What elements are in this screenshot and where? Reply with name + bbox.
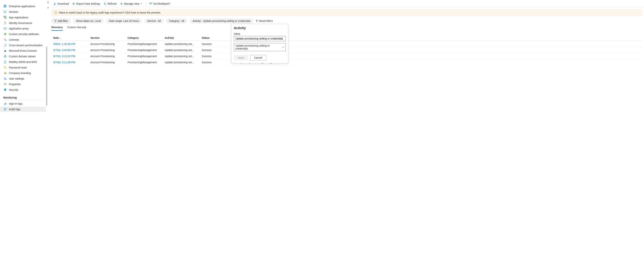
table-row[interactable]: 5/8/24, 1:20:38 PMAccount ProvisioningPr… <box>52 41 642 47</box>
cell-date[interactable]: 5/8/24, 1:20:38 PM <box>53 42 90 46</box>
sidebar-section-monitoring: Monitoring <box>0 93 46 100</box>
filter-pill-dates[interactable]: Show dates as: Local <box>73 18 104 24</box>
sidebar-item-label: Sign-in logs <box>9 102 22 105</box>
export-button[interactable]: Export Data Settings <box>72 2 100 5</box>
activity-select[interactable]: Update provisioning setting or credentia… <box>234 43 286 51</box>
tab-directory[interactable]: Directory <box>52 26 63 31</box>
refresh-icon <box>104 2 106 5</box>
col-header-status-reason[interactable]: Status Reason <box>239 36 640 39</box>
gear-icon <box>120 2 123 5</box>
toolbar-label: Refresh <box>108 2 117 5</box>
sidebar-divider <box>3 100 42 100</box>
table-row[interactable]: 5/7/24, 3:42:50 PMAccount ProvisioningPr… <box>52 47 642 53</box>
svg-point-12 <box>5 28 6 29</box>
table-row[interactable]: 5/7/24, 3:12:02 PMAccount ProvisioningPr… <box>52 53 642 59</box>
sidebar-item-label: Company branding <box>9 72 31 74</box>
user-settings-icon <box>4 77 7 80</box>
pill-label: Category : All <box>169 20 184 22</box>
entra-connect-icon <box>4 49 7 52</box>
sidebar-item-cross-tenant-sync[interactable]: Cross-tenant synchronization <box>0 43 46 48</box>
sidebar: Enterprise applications Devices App regi… <box>0 0 46 122</box>
sidebar-item-devices[interactable]: Devices <box>0 9 46 14</box>
sidebar-item-app-registrations[interactable]: App registrations <box>0 15 46 20</box>
sidebar-item-mobility[interactable]: Mobility (MDM and WIP) <box>0 59 46 64</box>
sidebar-item-entra-connect[interactable]: Microsoft Entra Connect <box>0 48 46 54</box>
cancel-button[interactable]: Cancel <box>250 55 266 60</box>
sidebar-item-label: Licenses <box>9 38 19 41</box>
sidebar-item-label: Audit logs <box>9 108 20 111</box>
custom-security-icon <box>4 33 7 36</box>
sidebar-item-licenses[interactable]: Licenses <box>0 37 46 42</box>
sidebar-item-identity-governance[interactable]: Identity Governance <box>0 20 46 26</box>
cell-reason: Updated provisioning setting or credenti… <box>239 48 640 52</box>
cell-date[interactable]: 5/7/24, 3:11:39 PM <box>53 61 90 64</box>
cell-category: ProvisioningManagement <box>128 48 164 52</box>
tab-custom-security[interactable]: Custom Security <box>67 26 86 31</box>
identity-governance-icon <box>4 22 7 24</box>
sidebar-item-custom-security-attributes[interactable]: Custom security attributes <box>0 32 46 37</box>
sort-down-icon: ↓ <box>60 36 61 39</box>
sidebar-item-label: Custom domain names <box>9 55 36 58</box>
table-header: Date ↓ Service Category Activity Status … <box>52 35 642 41</box>
svg-rect-5 <box>4 12 6 13</box>
cell-activity: Update provisioning set... <box>164 42 202 46</box>
sidebar-item-password-reset[interactable]: Password reset <box>0 65 46 70</box>
cell-date[interactable]: 5/7/24, 3:12:02 PM <box>53 55 90 58</box>
banner-text: Want to switch back to the legacy audit … <box>59 11 161 14</box>
sidebar-item-enterprise-applications[interactable]: Enterprise applications <box>0 4 46 9</box>
col-header-service[interactable]: Service <box>90 36 128 39</box>
sidebar-item-company-branding[interactable]: Company branding <box>0 70 46 76</box>
pill-label: Add filter <box>58 20 68 22</box>
sidebar-item-audit-logs[interactable]: Audit logs <box>0 107 46 112</box>
cell-service: Account Provisioning <box>90 42 128 46</box>
cross-tenant-sync-icon <box>4 44 7 47</box>
add-filter-button[interactable]: Add filter <box>52 18 71 24</box>
svg-rect-0 <box>4 5 5 6</box>
col-header-category[interactable]: Category <box>128 36 164 39</box>
col-header-activity[interactable]: Activity <box>164 36 202 39</box>
sidebar-item-application-proxy[interactable]: Application proxy <box>0 26 46 31</box>
toolbar-label: Export Data Settings <box>76 2 100 5</box>
legacy-banner[interactable]: Want to switch back to the legacy audit … <box>52 9 642 16</box>
reset-filters-button[interactable]: Reset filters <box>256 20 273 22</box>
refresh-button[interactable]: Refresh <box>104 2 117 5</box>
cell-service: Account Provisioning <box>90 55 128 58</box>
filter-icon <box>54 20 56 22</box>
manage-view-button[interactable]: Manage view <box>120 2 142 5</box>
apply-button: Apply <box>234 55 248 60</box>
cell-category: ProvisioningManagement <box>128 61 164 64</box>
sidebar-item-label: App registrations <box>9 16 28 19</box>
cell-service: Account Provisioning <box>90 61 128 64</box>
cell-reason: Updated provisioning setting or credenti… <box>239 61 640 64</box>
sidebar-item-custom-domain-names[interactable]: Custom domain names <box>0 54 46 59</box>
main-content: Download Export Data Settings Refresh Ma… <box>46 0 644 122</box>
filter-pill-category[interactable]: Category : All <box>166 18 187 24</box>
sidebar-item-label: Devices <box>9 10 18 13</box>
filter-pill-activity[interactable]: Activity : Update provisioning setting o… <box>190 18 254 24</box>
col-header-date[interactable]: Date ↓ <box>53 36 90 39</box>
toolbar-label: Manage view <box>124 2 140 5</box>
filter-bar: Add filter Show dates as: Local Date ran… <box>52 18 644 26</box>
feedback-button[interactable]: Got feedback? <box>149 2 170 5</box>
sidebar-item-properties[interactable]: Properties <box>0 82 46 87</box>
filter-pill-service[interactable]: Service : All <box>144 18 164 24</box>
properties-icon <box>4 83 7 86</box>
sidebar-item-user-settings[interactable]: User settings <box>0 76 46 81</box>
audit-log-table: Date ↓ Service Category Activity Status … <box>52 35 642 66</box>
filter-pill-daterange[interactable]: Date range: Last 24 hours <box>106 18 142 24</box>
gear-icon <box>72 2 75 5</box>
application-proxy-icon <box>4 27 7 30</box>
sidebar-item-security[interactable]: Security <box>0 87 46 92</box>
shield-icon <box>4 88 7 91</box>
toolbar-label: Download <box>57 2 69 5</box>
cell-activity: Update provisioning set... <box>164 48 202 52</box>
cell-date[interactable]: 5/7/24, 3:42:50 PM <box>53 48 90 52</box>
download-button[interactable]: Download <box>53 2 69 5</box>
signin-logs-icon <box>4 102 7 105</box>
svg-rect-3 <box>5 6 6 8</box>
activity-value-input[interactable] <box>234 36 286 41</box>
table-row[interactable]: 5/7/24, 3:11:39 PMAccount ProvisioningPr… <box>52 59 642 66</box>
svg-rect-22 <box>5 72 6 74</box>
toolbar: Download Export Data Settings Refresh Ma… <box>52 0 644 7</box>
sidebar-item-signin-logs[interactable]: Sign-in logs <box>0 101 46 106</box>
